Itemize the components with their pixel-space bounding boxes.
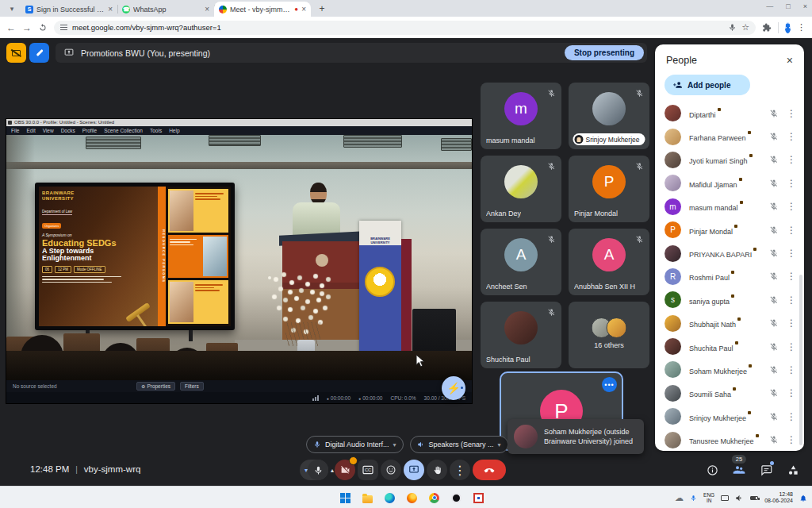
tray-mic-icon[interactable] bbox=[690, 494, 697, 502]
mic-off-icon[interactable] bbox=[769, 109, 779, 118]
participant-row[interactable]: P Pinjar Mondal ⋮ bbox=[655, 218, 804, 241]
onedrive-icon[interactable]: ☁ bbox=[675, 493, 684, 503]
quick-action-fab[interactable]: ⚡ bbox=[442, 376, 465, 400]
taskbar-app-icon[interactable] bbox=[428, 492, 440, 504]
taskbar-app-icon[interactable] bbox=[384, 492, 396, 504]
mic-device-selector[interactable]: Digital Audio Interf...▾ bbox=[306, 436, 404, 453]
volume-tray-icon[interactable] bbox=[735, 494, 744, 502]
taskbar-app-icon[interactable] bbox=[450, 492, 462, 504]
tab-close-icon[interactable]: × bbox=[301, 6, 306, 13]
mic-off-icon[interactable] bbox=[769, 271, 779, 281]
participant-menu-icon[interactable]: ⋮ bbox=[787, 294, 796, 306]
site-settings-icon[interactable] bbox=[60, 25, 67, 30]
stop-presenting-button[interactable]: Stop presenting bbox=[565, 45, 644, 60]
add-people-button[interactable]: Add people bbox=[665, 75, 750, 95]
participant-row[interactable]: Shubhajit Nath ⋮ bbox=[655, 312, 804, 335]
mic-off-icon[interactable] bbox=[769, 388, 779, 398]
mic-button[interactable] bbox=[308, 460, 328, 480]
participant-menu-icon[interactable]: ⋮ bbox=[787, 387, 796, 398]
participant-row[interactable]: R Roshmi Paul ⋮ bbox=[655, 265, 804, 288]
participant-menu-icon[interactable]: ⋮ bbox=[787, 318, 796, 329]
participant-menu-icon[interactable]: ⋮ bbox=[787, 271, 796, 282]
speaker-device-selector[interactable]: Speakers (Senary ...▾ bbox=[410, 436, 508, 453]
mic-off-icon[interactable] bbox=[769, 342, 779, 352]
voice-search-icon[interactable] bbox=[728, 23, 737, 32]
tab-close-icon[interactable]: × bbox=[108, 6, 113, 13]
taskbar-clock[interactable]: 12:4808-06-2024 bbox=[764, 491, 793, 504]
profile-avatar[interactable] bbox=[785, 22, 791, 33]
participant-row[interactable]: Farhana Parween ⋮ bbox=[655, 125, 804, 148]
display-tray-icon[interactable] bbox=[721, 495, 729, 501]
participant-menu-icon[interactable]: ⋮ bbox=[787, 178, 796, 189]
present-screen-button[interactable] bbox=[404, 460, 424, 480]
participant-menu-icon[interactable]: ⋮ bbox=[787, 411, 796, 422]
tab-close-icon[interactable]: × bbox=[205, 6, 209, 13]
video-tile[interactable]: A Anubhab Sen XII H Anubhab Sen XII H bbox=[569, 229, 649, 295]
participant-menu-icon[interactable]: ⋮ bbox=[787, 248, 796, 259]
window-maximize-button[interactable]: □ bbox=[786, 2, 790, 10]
mic-off-icon[interactable] bbox=[769, 318, 779, 328]
participant-row[interactable]: Diptarthi ⋮ bbox=[655, 102, 804, 125]
language-indicator[interactable]: ENGIN bbox=[703, 492, 714, 503]
participant-row[interactable]: Srinjoy Mukherjee ⋮ bbox=[655, 405, 804, 428]
people-button[interactable]: 25 bbox=[731, 462, 747, 478]
mic-off-icon[interactable] bbox=[769, 155, 779, 164]
end-call-button[interactable] bbox=[473, 460, 506, 480]
participant-menu-icon[interactable]: ⋮ bbox=[787, 341, 796, 352]
battery-tray-icon[interactable] bbox=[750, 496, 758, 500]
participant-row[interactable]: Soumili Saha ⋮ bbox=[655, 382, 804, 405]
video-tile[interactable]: 16 others 16 others bbox=[569, 302, 649, 368]
taskbar-app-icon[interactable] bbox=[473, 492, 485, 504]
video-tile[interactable]: Srinjoy Mukherjee Srinjoy Mukherjee bbox=[569, 83, 649, 149]
participant-row[interactable]: s saniya gupta ⋮ bbox=[655, 288, 804, 311]
annotate-button[interactable] bbox=[29, 43, 49, 63]
reload-button[interactable] bbox=[38, 23, 48, 33]
video-tile[interactable]: Ankan Dey Ankan Dey bbox=[481, 156, 561, 222]
participant-menu-icon[interactable]: ⋮ bbox=[787, 434, 796, 445]
participant-row[interactable]: Tanusree Mukherjee ⋮ bbox=[655, 428, 804, 451]
mic-button-group[interactable]: ▾ bbox=[300, 460, 328, 480]
mic-off-icon[interactable] bbox=[769, 132, 779, 141]
browser-menu-icon[interactable]: ⋮ bbox=[797, 22, 806, 33]
reactions-button[interactable] bbox=[381, 460, 401, 480]
window-minimize-button[interactable]: — bbox=[766, 2, 773, 10]
meeting-details-button[interactable] bbox=[704, 462, 720, 478]
participant-row[interactable]: Mafidul Jjaman ⋮ bbox=[655, 171, 804, 194]
close-panel-icon[interactable]: × bbox=[787, 54, 793, 67]
participant-menu-icon[interactable]: ⋮ bbox=[787, 225, 796, 236]
participant-row[interactable]: m masum mandal ⋮ bbox=[655, 195, 804, 218]
browser-tab[interactable]: Meet - vby-sjmm-wrq ● × bbox=[214, 2, 311, 17]
notifications-bell-icon[interactable] bbox=[799, 494, 807, 502]
participant-row[interactable]: Soham Mukherjee ⋮ bbox=[655, 358, 804, 381]
mic-off-icon[interactable] bbox=[769, 248, 779, 258]
participant-menu-icon[interactable]: ⋮ bbox=[787, 364, 796, 375]
participant-row[interactable]: PRIYANKA BAPARI ⋮ bbox=[655, 241, 804, 264]
back-button[interactable]: ← bbox=[6, 22, 16, 33]
mic-off-icon[interactable] bbox=[769, 225, 779, 235]
participant-row[interactable]: Shuchita Paul ⋮ bbox=[655, 335, 804, 358]
mic-off-icon[interactable] bbox=[769, 295, 779, 305]
taskbar-app-icon[interactable] bbox=[362, 492, 373, 504]
participant-menu-icon[interactable]: ⋮ bbox=[787, 108, 796, 119]
tab-search-icon[interactable]: ▾ bbox=[5, 2, 19, 16]
camera-options-caret[interactable]: ▴ bbox=[331, 467, 334, 474]
tile-options-button[interactable]: ••• bbox=[602, 377, 617, 392]
new-tab-button[interactable]: + bbox=[316, 2, 328, 15]
forward-button[interactable]: → bbox=[22, 22, 32, 33]
video-tile[interactable]: P Pinjar Mondal Pinjar Mondal bbox=[569, 156, 649, 222]
presentation-paused-button[interactable] bbox=[6, 43, 26, 63]
participant-menu-icon[interactable]: ⋮ bbox=[787, 154, 796, 165]
participant-row[interactable]: Jyoti kumari Singh ⋮ bbox=[655, 148, 804, 171]
mic-off-icon[interactable] bbox=[769, 365, 779, 375]
mic-off-icon[interactable] bbox=[769, 412, 779, 421]
participant-menu-icon[interactable]: ⋮ bbox=[787, 131, 796, 142]
taskbar-app-icon[interactable] bbox=[339, 492, 351, 504]
more-options-button[interactable]: ⋮ bbox=[450, 460, 470, 480]
activities-button[interactable] bbox=[785, 462, 801, 478]
video-tile[interactable]: Shuchita Paul Shuchita Paul bbox=[481, 302, 561, 368]
extensions-icon[interactable] bbox=[762, 23, 772, 33]
address-bar[interactable]: meet.google.com/vby-sjmm-wrq?authuser=1 … bbox=[54, 21, 756, 35]
mic-off-icon[interactable] bbox=[769, 202, 779, 211]
camera-off-button[interactable] bbox=[335, 460, 355, 480]
panel-scrollbar[interactable] bbox=[799, 275, 802, 445]
